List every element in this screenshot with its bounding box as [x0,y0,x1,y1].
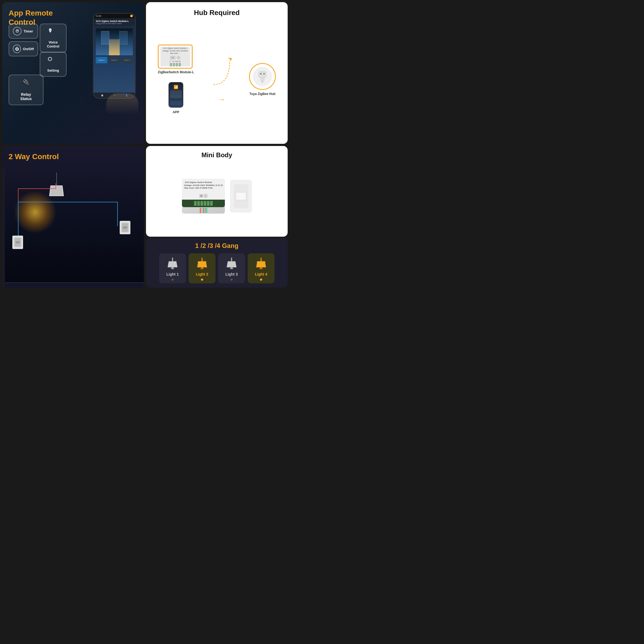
gang-lights-row: Light 1 Light 2 [152,253,281,283]
hub-label: Tuya ZigBee Hub [249,92,275,96]
gang-light-4[interactable]: Light 4 [248,253,275,283]
phone-switch-2: Switch 2 [108,57,120,63]
left-wall-switch[interactable] [12,236,23,249]
switch-inner-left [14,237,21,247]
phone-header: 3CH Zigbee Switch Module-L Long press to… [94,18,135,26]
app-remote-control-section: App RemoteControl ⏱ Timer ⏻ On/Off 🎙 Voi… [2,2,144,144]
switch-rocker-plate [236,192,246,200]
mini-body-section: Mini Body 2CH Zigbee Switch Module Volta… [146,146,288,237]
arrow-right-icon: → [218,95,225,104]
feature-buttons-column: ⏱ Timer ⏻ On/Off [9,24,38,56]
voice-label: VoiceControl [47,40,59,48]
voice-control-button[interactable]: 🎙 VoiceControl [40,24,67,53]
svg-rect-20 [230,267,233,268]
lamp-icon-2 [196,257,208,270]
lamp-icon-4 [255,257,268,270]
svg-rect-5 [262,81,263,83]
svg-rect-25 [259,268,263,269]
module-device: 2CH Zigbee Switch Module Voltage: AC100-… [182,179,225,214]
svg-point-3 [260,73,262,75]
relay-icon: 🔌 [20,79,32,91]
terminal-blocks [194,201,213,206]
lamp-icon-3 [225,257,238,270]
hub-required-title: Hub Required [152,9,281,17]
mini-body-title: Mini Body [152,151,281,159]
two-way-control-section: 2 Way Control [2,146,144,288]
voice-icon: 🎙 [48,28,58,39]
app-label: APP [173,110,179,114]
svg-rect-11 [172,258,173,261]
phone-mockup: 11:00📶 3CH Zigbee Switch Module-L Long p… [87,13,141,109]
svg-marker-23 [256,261,266,267]
relay-label: RelayStatus [20,92,32,101]
module-device-top: 2CH Zigbee Switch Module Voltage: AC100-… [182,179,225,192]
svg-rect-13 [201,267,203,268]
wall-plate [230,180,252,212]
plug-icon [256,70,269,83]
switch-rocker-right [122,223,128,232]
gang-light-1[interactable]: Light 1 [159,253,186,283]
light-fixture [49,173,64,196]
light-3-dot [230,279,233,281]
svg-marker-7 [50,186,63,196]
wire-bundle [182,207,225,214]
gang-light-2[interactable]: Light 2 [189,253,215,283]
plug-inner [253,67,272,86]
lamp-shade-svg [49,185,64,196]
timer-button[interactable]: ⏱ Timer [9,24,38,39]
svg-rect-9 [171,267,174,268]
svg-marker-8 [168,261,177,267]
light-3-label: Light 3 [225,272,238,276]
switch-plate-inner [234,184,248,208]
light-2-label: Light 2 [196,272,208,276]
phone-switch-1: Switch 1 [96,57,107,63]
lamp-icon-1 [166,257,179,270]
wall-left [2,167,5,288]
module-inner: 1CH Zigbee Switch Module-LVoltage: AC200… [160,47,190,66]
zigbee-module-box: 1CH Zigbee Switch Module-LVoltage: AC200… [158,45,194,74]
hub-diagram: 1CH Zigbee Switch Module-LVoltage: AC200… [152,21,281,137]
lamp-shade [49,185,64,196]
switch-rocker-left [15,238,21,247]
gang-title: 1 /2 /3 /4 Gang [152,242,281,250]
stair-scene [2,167,144,288]
svg-rect-21 [230,268,233,269]
phone-window-view [96,28,133,55]
svg-marker-12 [197,261,207,267]
svg-rect-24 [260,267,262,268]
svg-point-4 [263,73,265,75]
timer-icon: ⏱ [13,27,21,35]
phone-body: 11:00📶 3CH Zigbee Switch Module-L Long p… [93,13,136,99]
module-device-middle: CE ⚡ [182,192,225,200]
light-4-label: Light 4 [255,272,267,276]
right-wall-switch[interactable] [120,221,130,234]
module-label: ZigBeeSwitch Module-L [158,70,194,74]
hub-right-column: Tuya ZigBee Hub [249,63,276,96]
setting-label: Setting [47,68,59,72]
power-icon: ⏻ [13,45,21,53]
phone-content: Switch 1 Switch 2 Switch 3 [94,26,135,93]
light-4-dot [260,279,262,281]
setting-button[interactable]: ⬡ Setting [40,52,67,77]
gang-light-3[interactable]: Light 3 [218,253,245,283]
hub-arrows: → [211,55,232,104]
light-2-dot [201,279,203,281]
svg-rect-22 [231,258,232,261]
light-1-dot [171,279,174,281]
svg-rect-1 [258,71,266,78]
switch-inner-right [121,223,129,232]
phone-switch-3: Switch 3 [121,57,133,63]
relay-status-button[interactable]: 🔌 RelayStatus [9,75,43,105]
phone-switches: Switch 1 Switch 2 Switch 3 [96,57,133,63]
bottom-right-section: Mini Body 2CH Zigbee Switch Module Volta… [146,146,288,288]
svg-rect-10 [171,268,174,269]
module-device-bottom [182,200,225,207]
curved-arrow-icon [211,55,232,87]
onoff-button[interactable]: ⏻ On/Off [9,41,38,56]
hub-plug [249,63,276,90]
light-1-label: Light 1 [166,272,179,276]
two-way-title: 2 Way Control [9,152,59,161]
small-phone: 📶 [169,82,183,108]
hub-required-section: Hub Required 1CH Zigbee Switch Module-LV… [146,2,288,144]
app-mockup: 📶 APP [169,82,183,114]
